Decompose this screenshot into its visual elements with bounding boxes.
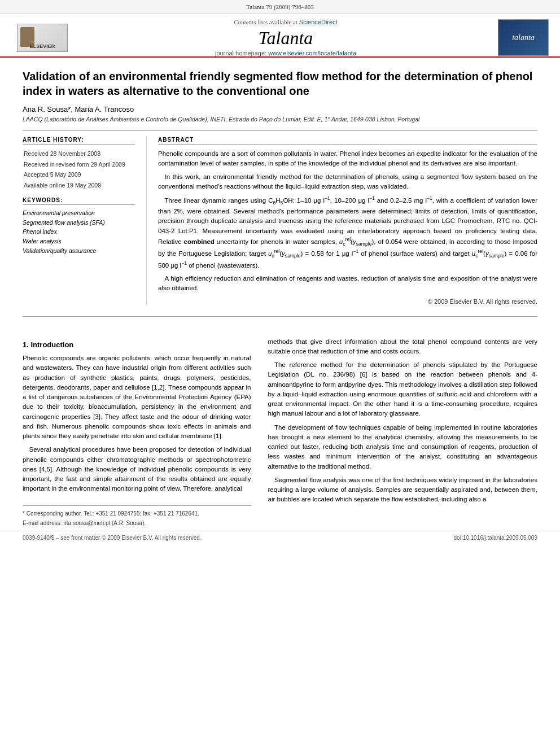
abstract-column: Abstract Phenolic compounds are a sort o… xyxy=(147,137,537,305)
history-row-revised: Received in revised form 29 April 2009 xyxy=(24,160,134,169)
history-received: Received 28 November 2008 xyxy=(24,149,134,159)
abstract-para-4: A high efficiency reduction and eliminat… xyxy=(158,274,537,294)
intro-number: 1. xyxy=(23,340,29,349)
history-available: Available online 19 May 2009 xyxy=(24,181,134,190)
sciencedirect-link[interactable]: ScienceDirect xyxy=(299,19,338,25)
footer-strip: 0039-9140/$ – see front matter © 2009 El… xyxy=(0,531,560,544)
affiliation: LAACQ (Laboratório de Análises Ambientai… xyxy=(23,116,537,123)
intro-para-2: Several analytical procedures have been … xyxy=(23,445,251,493)
elsevier-logo-image xyxy=(17,24,68,52)
homepage-link[interactable]: www.elsevier.com/locate/talanta xyxy=(268,50,356,56)
page-container: Talanta 79 (2009) 796–803 Contents lists… xyxy=(0,0,560,747)
history-accepted: Accepted 5 May 2009 xyxy=(24,170,134,180)
abstract-label: Abstract xyxy=(158,137,537,145)
history-revised: Received in revised form 29 April 2009 xyxy=(24,160,134,169)
intro-heading: 1. Introduction xyxy=(23,339,251,351)
keyword-2: Segmented flow analysis (SFA) xyxy=(23,218,135,228)
right-para-1: methods that give direct information abo… xyxy=(268,337,537,357)
article-info-column: Article history: Received 28 November 20… xyxy=(23,137,147,305)
keywords-list: Environmental preservation Segmented flo… xyxy=(23,208,135,256)
keyword-5: Validation/quality assurance xyxy=(23,246,135,256)
abstract-para-2: In this work, an environmental friendly … xyxy=(158,172,537,192)
footnote-corresponding: * Corresponding author. Tel.: +351 21 09… xyxy=(23,509,251,518)
elsevier-logo xyxy=(11,24,73,52)
section-divider xyxy=(23,316,537,317)
article-body: Validation of an environmental friendly … xyxy=(0,58,560,337)
journal-homepage: journal homepage: www.elsevier.com/locat… xyxy=(85,50,487,56)
top-bar: Talanta 79 (2009) 796–803 xyxy=(0,0,560,14)
keyword-4: Water analysis xyxy=(23,237,135,246)
copyright: © 2009 Elsevier B.V. All rights reserved… xyxy=(158,298,537,305)
abstract-para-1: Phenolic compounds are a sort of common … xyxy=(158,149,537,169)
article-columns: Article history: Received 28 November 20… xyxy=(23,130,537,305)
history-row-received: Received 28 November 2008 xyxy=(24,149,134,159)
intro-para-1: Phenolic compounds are organic pollutant… xyxy=(23,353,251,441)
right-para-3: The development of flow techniques capab… xyxy=(268,423,537,471)
keyword-1: Environmental preservation xyxy=(23,208,135,218)
abstract-para-3: Three linear dynamic ranges using C6H5OH… xyxy=(158,195,537,270)
intro-title: Introduction xyxy=(30,340,73,349)
article-title: Validation of an environmental friendly … xyxy=(23,69,537,98)
footer-license: 0039-9140/$ – see front matter © 2009 El… xyxy=(23,535,202,541)
abstract-text: Phenolic compounds are a sort of common … xyxy=(158,149,537,294)
keyword-3: Phenol index xyxy=(23,227,135,237)
footer-doi: doi:10.1016/j.talanta.2009.05.009 xyxy=(454,535,537,541)
history-row-accepted: Accepted 5 May 2009 xyxy=(24,170,134,180)
footnote-area: * Corresponding author. Tel.: +351 21 09… xyxy=(23,505,251,527)
history-section-label: Article history: xyxy=(23,137,135,145)
journal-citation: Talanta 79 (2009) 796–803 xyxy=(246,3,313,10)
footnote-email: E-mail address: rita.sousa@ineti.pt (A.R… xyxy=(23,519,251,527)
right-para-4: Segmented flow analysis was one of the f… xyxy=(268,475,537,505)
journal-center: Contents lists available at ScienceDirec… xyxy=(73,19,498,56)
main-content: 1. Introduction Phenolic compounds are o… xyxy=(0,337,560,528)
talanta-logo: talanta xyxy=(498,19,549,56)
authors: Ana R. Sousa*, Maria A. Trancoso xyxy=(23,105,537,113)
journal-header: Contents lists available at ScienceDirec… xyxy=(0,14,560,58)
sciencedirect-info: Contents lists available at ScienceDirec… xyxy=(85,19,487,25)
keywords-section-label: Keywords: xyxy=(23,197,135,205)
left-column: 1. Introduction Phenolic compounds are o… xyxy=(23,337,260,528)
history-row-available: Available online 19 May 2009 xyxy=(24,181,134,190)
journal-title: Talanta xyxy=(85,28,487,49)
article-history-table: Received 28 November 2008 Received in re… xyxy=(23,148,135,191)
right-para-2: The reference method for the determinati… xyxy=(268,360,537,419)
right-column: methods that give direct information abo… xyxy=(260,337,537,528)
